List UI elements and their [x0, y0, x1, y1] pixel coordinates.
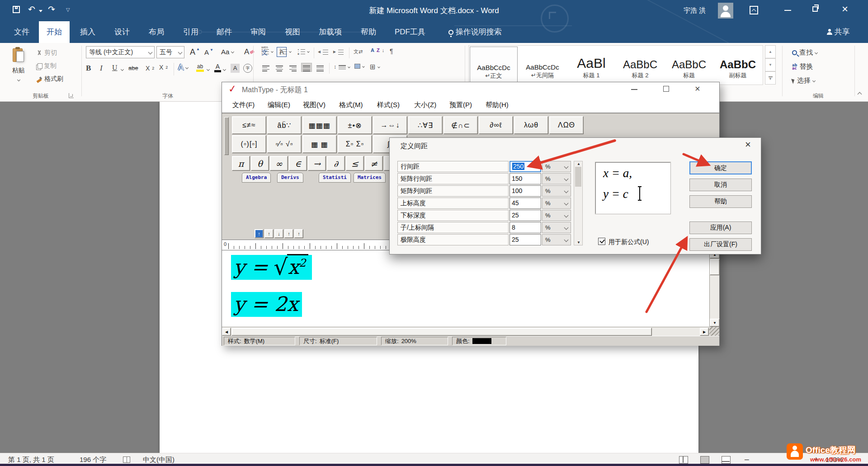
styles-scroll-down[interactable]: ▼ — [765, 58, 776, 71]
grow-font-button[interactable]: A▲ — [190, 47, 201, 57]
tab-file[interactable]: 文件 — [6, 21, 37, 43]
enclose-characters-button[interactable]: 字 — [243, 64, 252, 73]
subscript-depth-input[interactable]: 25 — [509, 210, 541, 221]
tabstop-button-active[interactable]: ↑ — [255, 229, 264, 238]
tabstop-button[interactable]: ↓ — [274, 229, 283, 238]
style-heading1[interactable]: AaBl标题 1 — [567, 47, 615, 84]
avatar[interactable] — [718, 3, 733, 19]
bold-button[interactable]: B — [86, 64, 91, 73]
mt-symbol-button[interactable]: ∂∞ℓ — [479, 116, 513, 134]
mt-small-symbol-button[interactable]: → — [308, 156, 326, 171]
scroll-down-icon[interactable]: ▼ — [577, 240, 580, 245]
limit-height-input[interactable]: 25 — [509, 234, 541, 245]
style-subtitle[interactable]: AaBbC副标题 — [714, 47, 762, 84]
apply-button[interactable]: 应用(A) — [689, 221, 752, 234]
horizontal-scroll-thumb[interactable] — [231, 328, 652, 336]
dialog-close-button[interactable]: × — [745, 139, 751, 151]
unit-dropdown[interactable]: % — [542, 161, 571, 172]
character-shading-button[interactable]: A — [231, 64, 240, 73]
tab-review[interactable]: 审阅 — [243, 21, 274, 43]
font-color-button[interactable]: A — [214, 63, 221, 72]
subsup-gap-input[interactable]: 8 — [509, 222, 541, 233]
styles-expand-button[interactable]: ▼ — [765, 71, 776, 85]
tab-mailings[interactable]: 邮件 — [209, 21, 240, 43]
tab-addins[interactable]: 加载项 — [311, 21, 349, 43]
paste-button[interactable]: 粘贴 — [6, 47, 31, 90]
mt-tab-statistics[interactable]: Statisti — [319, 173, 351, 183]
style-no-spacing[interactable]: AaBbCcDc↵无间隔 — [519, 47, 566, 84]
decrease-indent-button[interactable]: ◂ — [318, 48, 328, 55]
mt-template-button[interactable]: (▫)[▫] — [232, 135, 266, 153]
borders-button[interactable]: ⊞ — [370, 63, 380, 71]
tabstop-button[interactable]: ↑ — [294, 229, 303, 238]
unit-dropdown[interactable]: % — [542, 198, 571, 209]
show-marks-button[interactable]: ¶ — [390, 47, 393, 55]
unit-dropdown[interactable]: % — [542, 210, 571, 221]
scroll-right-icon[interactable]: ▶ — [700, 328, 709, 336]
asian-layout-button[interactable]: 文⇄ — [354, 48, 363, 55]
web-layout-button[interactable] — [722, 456, 731, 464]
text-effects-button[interactable]: A — [178, 63, 188, 72]
tabstop-button[interactable]: ↑ — [264, 229, 274, 238]
font-size-combobox[interactable]: 五号 — [156, 46, 184, 58]
share-button[interactable]: 共享 — [819, 21, 858, 43]
highlight-dropdown-icon[interactable] — [207, 68, 210, 71]
mathtype-maximize-button[interactable] — [663, 86, 669, 92]
matrix-row-input[interactable]: 150 — [509, 173, 541, 184]
scroll-down-icon[interactable]: ▼ — [710, 319, 720, 327]
copy-button[interactable]: 复制 — [36, 62, 57, 70]
superscript-height-input[interactable]: 45 — [509, 198, 541, 209]
mathtype-equation-area[interactable]: y = √x2 y = 2x — [222, 250, 709, 327]
help-button[interactable]: 帮助 — [689, 195, 752, 208]
tab-layout[interactable]: 布局 — [141, 21, 172, 43]
text-highlight-button[interactable]: ab — [196, 64, 204, 72]
status-size[interactable]: 尺寸:标准(F) — [299, 337, 377, 345]
factory-settings-button[interactable]: 出厂设置(F) — [689, 238, 752, 251]
mt-small-symbol-button[interactable]: ≤ — [346, 156, 364, 171]
mt-symbol-button[interactable]: →⇔↓ — [373, 116, 407, 134]
apply-to-new-equations-checkbox[interactable] — [598, 238, 605, 245]
align-right-button[interactable] — [288, 63, 298, 72]
clear-formatting-button[interactable]: A — [244, 47, 254, 56]
mt-small-symbol-button[interactable]: ≠ — [365, 156, 383, 171]
cancel-button[interactable]: 取消 — [689, 179, 752, 191]
style-heading2[interactable]: AaBbC标题 2 — [616, 47, 664, 84]
minimize-button[interactable] — [784, 10, 791, 11]
mt-small-symbol-button[interactable]: ∞ — [270, 156, 288, 171]
mathtype-title-bar[interactable]: ✓ MathType - 无标题 1 × — [222, 82, 719, 97]
menu-preferences[interactable]: 预置(P) — [443, 97, 478, 113]
increase-indent-button[interactable]: ▸ — [333, 48, 344, 55]
tab-references[interactable]: 引用 — [175, 21, 206, 43]
mathtype-minimize-button[interactable] — [631, 89, 637, 90]
mt-template-button[interactable]: ▦ ▦ — [302, 135, 337, 153]
mt-symbol-button[interactable]: ∉∩⊂ — [443, 116, 478, 134]
mt-tab-derivs[interactable]: Derivs — [277, 173, 303, 183]
styles-scroll-up[interactable]: ▲ — [765, 45, 776, 58]
style-title[interactable]: AaBbC标题 — [665, 47, 713, 84]
mt-small-symbol-button[interactable]: ∂ — [327, 156, 345, 171]
mt-tab-matrices[interactable]: Matrices — [354, 173, 386, 183]
mt-symbol-button[interactable]: ▦▦▦ — [302, 116, 337, 134]
tab-pdf-tools[interactable]: PDF工具 — [387, 21, 433, 43]
mt-symbol-button[interactable]: ∴∀∃ — [408, 116, 443, 134]
toolbar-grip[interactable] — [224, 117, 229, 155]
shrink-font-button[interactable]: A▼ — [204, 48, 215, 56]
unit-dropdown[interactable]: % — [542, 222, 571, 233]
multilevel-list-button[interactable]: • ◦ ▪ — [297, 48, 309, 54]
dialog-list-scrollbar[interactable]: ▲ ▼ — [574, 161, 583, 245]
line-spacing-button[interactable]: ↕ — [334, 64, 350, 70]
tabstop-button[interactable]: ↑ — [284, 229, 293, 238]
matrix-col-input[interactable]: 100 — [509, 185, 541, 197]
restore-button[interactable] — [812, 6, 818, 12]
italic-button[interactable]: I — [100, 64, 103, 73]
menu-format[interactable]: 格式(M) — [333, 97, 369, 113]
change-case-button[interactable]: Aa — [221, 48, 234, 56]
subscript-button[interactable]: X2 — [146, 65, 154, 72]
superscript-button[interactable]: X2 — [159, 64, 168, 71]
close-button[interactable]: × — [842, 4, 848, 14]
collapse-ribbon-button[interactable] — [858, 92, 862, 97]
tab-insert[interactable]: 插入 — [72, 21, 103, 43]
font-family-combobox[interactable]: 等线 (中文正文) — [86, 46, 155, 58]
status-color[interactable]: 颜色: — [452, 337, 506, 345]
sort-button[interactable]: AZ↓ — [371, 47, 384, 53]
